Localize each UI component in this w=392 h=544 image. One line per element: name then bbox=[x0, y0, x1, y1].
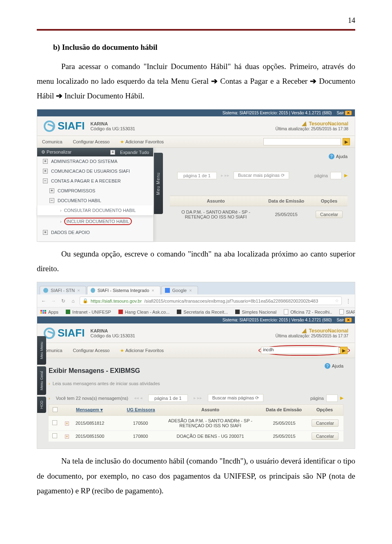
expand-icon[interactable]: + bbox=[65, 421, 69, 426]
back-icon[interactable]: ← bbox=[40, 298, 47, 304]
search-more-button[interactable]: Buscar mais páginas ⟳ bbox=[208, 394, 263, 402]
address-input[interactable]: 🔒 https://siafi.tesouro.gov.br/siafi2015… bbox=[80, 297, 342, 305]
menu-favorites[interactable]: Adicionar Favoritos bbox=[125, 139, 164, 144]
command-input[interactable] bbox=[263, 138, 341, 145]
cancel-button[interactable]: Cancelar bbox=[316, 211, 343, 218]
go-page-icon[interactable]: ▶ bbox=[340, 395, 343, 401]
menu-icon[interactable]: ⋮ bbox=[345, 298, 352, 304]
sidebar-item-admin[interactable]: +ADMINISTRACAO DO SISTEMA bbox=[37, 156, 153, 166]
sidebar: ⚙ Personalizar +Expandir Tudo +ADMINISTR… bbox=[37, 148, 154, 241]
apps-button[interactable]: Apps bbox=[40, 310, 58, 314]
browser-tab-active[interactable]: SIAFI - Sistema Integrado× bbox=[87, 286, 160, 294]
col-mensagem[interactable]: Mensagem ▾ bbox=[74, 405, 122, 415]
go-page-icon[interactable]: ▶ bbox=[344, 173, 347, 178]
paragraph-1: Para acessar o comando "Incluir Document… bbox=[37, 59, 355, 103]
browser-tab[interactable]: Google× bbox=[161, 286, 198, 294]
system-topbar: Sistema: SIAFI2015 Exercício: 2015 | Ver… bbox=[37, 109, 355, 116]
sidebar-item-incluir[interactable]: ›INCLUIR DOCUMENTO HABIL bbox=[37, 215, 153, 227]
tesouro-icon bbox=[301, 121, 308, 126]
close-icon[interactable]: × bbox=[77, 288, 80, 293]
col-ug[interactable]: UG Emissora bbox=[122, 405, 159, 415]
command-input[interactable]: incdh bbox=[261, 347, 339, 354]
checkbox[interactable] bbox=[52, 420, 57, 425]
go-button[interactable]: ▶ bbox=[343, 138, 350, 145]
expand-icon[interactable]: + bbox=[110, 150, 115, 155]
checkbox[interactable] bbox=[53, 407, 58, 412]
next-icon[interactable]: ▸ ▸▸ bbox=[194, 395, 202, 401]
close-icon[interactable]: × bbox=[151, 288, 154, 293]
sidebar-header: ⚙ Personalizar +Expandir Tudo bbox=[37, 148, 153, 156]
menu-config[interactable]: Configurar Acesso bbox=[73, 139, 110, 144]
bookmark-item[interactable]: Simples Nacional bbox=[235, 310, 276, 314]
last-update: Última atualização: 25/05/2015 às 17:37 bbox=[276, 334, 348, 338]
chevron-right-icon: › bbox=[49, 381, 50, 386]
page-input[interactable] bbox=[326, 395, 338, 402]
forward-icon[interactable]: → bbox=[50, 298, 57, 304]
sidebar-item-contas[interactable]: −CONTAS A PAGAR E A RECEBER bbox=[37, 176, 153, 186]
bookmark-item[interactable]: SIAFI Gerencial - We.. bbox=[339, 309, 355, 314]
messages-count-row: › Você tem 22 nova(s) mensagem(ns) ◂◂ ◂ … bbox=[49, 394, 343, 402]
cell-data: 25/05/2015 bbox=[262, 431, 307, 441]
minus-icon: − bbox=[49, 198, 54, 203]
expand-icon[interactable]: + bbox=[65, 435, 69, 439]
sidebar-item-doc-habil[interactable]: −DOCUMENTO HABIL bbox=[37, 196, 153, 205]
sidebar-expand-all[interactable]: Expandir Tudo bbox=[120, 150, 149, 155]
browser-tab[interactable]: SIAFI - STN× bbox=[40, 286, 86, 294]
minus-icon: − bbox=[43, 178, 48, 183]
search-more-button[interactable]: Buscar mais páginas ⟳ bbox=[234, 172, 289, 179]
exit-button[interactable]: Sair ✕ bbox=[336, 318, 352, 322]
table-row: + 2015/0851500 170800 DOAÇÃO DE BENS - U… bbox=[49, 431, 343, 442]
page-input[interactable] bbox=[330, 172, 342, 179]
header-rule bbox=[37, 29, 355, 31]
bookmark-item[interactable]: Secretaria da Receit... bbox=[177, 310, 228, 314]
bookmark-item[interactable]: Oficina 72 - Recolhi.. bbox=[284, 309, 332, 314]
sidebar-personalize[interactable]: Personalizar bbox=[47, 149, 71, 154]
menu-config[interactable]: Configurar Acesso bbox=[73, 348, 110, 353]
go-button[interactable]: ▶ bbox=[340, 347, 347, 354]
next-icon[interactable]: ▸ ▸▸ bbox=[221, 173, 229, 178]
help-link[interactable]: ?Ajuda bbox=[325, 363, 343, 369]
close-icon[interactable]: ✕ bbox=[345, 318, 352, 322]
sidebar-item-compromissos[interactable]: +COMPROMISSOS bbox=[37, 186, 153, 196]
menu-favorites[interactable]: Adicionar Favoritos bbox=[125, 348, 164, 353]
plus-icon: + bbox=[43, 159, 48, 164]
branding-bar: SIAFI KARINA Código da UG:153031 Tesouro… bbox=[37, 116, 355, 136]
tesouro-label: TesouroNacional bbox=[309, 121, 348, 127]
plus-icon: + bbox=[43, 169, 48, 174]
exibmsg-body: Exibir Mensagens - EXIBMSG ?Ajuda ›Leia … bbox=[37, 358, 355, 448]
instruction-text: ›Leia suas mensagens antes de iniciar su… bbox=[49, 381, 343, 386]
pager: página 1 de 1 ▸ ▸▸ Buscar mais páginas ⟳… bbox=[177, 172, 347, 179]
ug-code: Código da UG:153031 bbox=[90, 333, 135, 338]
checkbox[interactable] bbox=[52, 433, 57, 438]
col-assunto: Assunto bbox=[170, 196, 262, 206]
p1-d: Incluir Documento Hábil. bbox=[62, 91, 145, 100]
menu-comunica[interactable]: Comunica bbox=[42, 139, 62, 144]
arrow-icon: ➔ bbox=[211, 77, 218, 85]
menu-bar: Comunica Configurar Acesso ★ Adicionar F… bbox=[37, 343, 355, 358]
home-icon[interactable]: ⌂ bbox=[70, 298, 76, 304]
bookmark-item[interactable]: Intranet - UNIFESP bbox=[66, 310, 111, 314]
help-link[interactable]: ?Ajuda bbox=[170, 154, 347, 159]
siafi-logo: SIAFI bbox=[44, 327, 85, 339]
star-icon: ★ bbox=[120, 348, 124, 353]
help-icon: ? bbox=[329, 154, 334, 159]
cancel-button[interactable]: Cancelar bbox=[312, 433, 339, 440]
prev-icon[interactable]: ◂◂ ◂ bbox=[134, 395, 143, 401]
close-icon[interactable]: × bbox=[189, 288, 192, 293]
exit-button[interactable]: Sair ✕ bbox=[336, 111, 352, 115]
plus-icon: + bbox=[49, 188, 54, 193]
cancel-button[interactable]: Cancelar bbox=[312, 419, 339, 427]
help-icon: ? bbox=[325, 363, 330, 369]
bookmark-icon[interactable]: ☆ bbox=[335, 298, 339, 303]
reload-icon[interactable]: ↻ bbox=[60, 298, 67, 304]
close-icon[interactable]: ✕ bbox=[345, 111, 352, 115]
bookmarks-bar: Apps Intranet - UNIFESP Hang Clean - Ask… bbox=[37, 307, 355, 316]
tesouro-icon bbox=[301, 328, 308, 333]
sidebar-item-consultar[interactable]: ›CONSULTAR DOCUMENTO HABIL bbox=[37, 205, 153, 215]
sidebar-item-dados-apoio[interactable]: +DADOS DE APOIO bbox=[37, 227, 153, 237]
system-info: Sistema: SIAFI2015 Exercício: 2015 | Ver… bbox=[223, 111, 332, 115]
bookmark-item[interactable]: Hang Clean - Ask.co... bbox=[118, 310, 169, 314]
last-update: Última atualização: 25/05/2015 às 17:38 bbox=[276, 127, 348, 131]
sidebar-item-comunica[interactable]: +COMUNICACAO DE USUARIOS SIAFI bbox=[37, 166, 153, 176]
tesouro-block: TesouroNacional Última atualização: 25/0… bbox=[276, 121, 348, 131]
